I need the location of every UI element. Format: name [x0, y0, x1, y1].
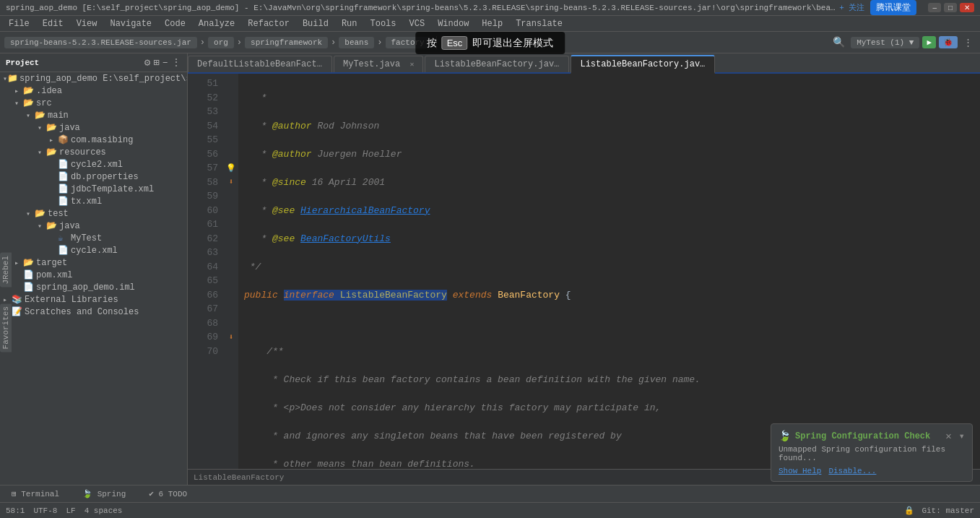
tree-item-src[interactable]: ▾ 📂 src — [0, 97, 187, 109]
tab-close-listablebean-active[interactable]: ✕ — [714, 61, 715, 69]
tree-item-cycle2[interactable]: 📄 cycle2.xml — [0, 158, 187, 170]
toolbar-springframework[interactable]: springframework — [245, 37, 328, 48]
tab-listablebean-active[interactable]: ListableBeanFactory.java ✕ — [571, 55, 715, 74]
gutter-53 — [224, 105, 238, 119]
maximize-button[interactable]: □ — [944, 3, 957, 12]
gutter-57-bulb: 💡 — [224, 161, 238, 176]
file-path-label: ListableBeanFactory — [194, 473, 284, 482]
tree-item-scratches[interactable]: ▸ 📝 Scratches and Consoles — [0, 306, 187, 318]
bottom-tab-terminal[interactable]: ⊞ Terminal — [6, 488, 65, 500]
tree-item-test-java[interactable]: ▾ 📂 java — [0, 220, 187, 232]
menu-code[interactable]: Code — [159, 17, 191, 30]
tree-item-external-libs[interactable]: ▸ 📚 External Libraries — [0, 293, 187, 306]
tab-close-mytest[interactable]: ✕ — [409, 61, 414, 69]
folder-icon-main: 📂 — [35, 110, 46, 121]
sidebar-title: Project — [6, 59, 39, 67]
toolbar-org[interactable]: org — [208, 37, 234, 48]
tab-label-listablebean1: ListableBeanFactory.java — [434, 59, 559, 69]
sidebar-gear-icon[interactable]: ⋮ — [171, 56, 181, 69]
tree-item-com-masibing[interactable]: ▸ 📦 com.masibing — [0, 134, 187, 146]
tree-arrow-resources: ▾ — [38, 148, 46, 157]
line-num-65: 65 — [194, 274, 218, 288]
tab-mytest[interactable]: MyTest.java ✕ — [334, 56, 423, 72]
code-editor[interactable]: 51 52 53 54 55 56 57 58 59 60 61 62 63 6… — [188, 74, 980, 469]
line-num-57: 57 — [194, 161, 218, 176]
notif-expand-icon[interactable]: ▾ — [959, 430, 965, 442]
menu-help[interactable]: Help — [476, 17, 508, 30]
tree-item-iml[interactable]: 📄 spring_aop_demo.iml — [0, 281, 187, 293]
tree-item-mytest[interactable]: ☕ MyTest — [0, 232, 187, 244]
search-icon[interactable]: 🔍 — [830, 35, 848, 50]
menu-view[interactable]: View — [71, 17, 103, 30]
line-num-68: 68 — [194, 316, 218, 331]
gutter-69-debug[interactable]: ⬇ — [224, 330, 238, 345]
menu-file[interactable]: File — [3, 17, 35, 30]
tree-item-resources[interactable]: ▾ 📂 resources — [0, 146, 187, 158]
ext-libs-icon: 📚 — [12, 294, 23, 305]
tree-item-dbprop[interactable]: 📄 db.properties — [0, 170, 187, 183]
tree-item-cycle-xml[interactable]: 📄 cycle.xml — [0, 244, 187, 256]
menu-analyze[interactable]: Analyze — [193, 17, 240, 30]
line-num-55: 55 — [194, 133, 218, 147]
code-line-57: */ — [244, 260, 974, 275]
minimize-button[interactable]: – — [928, 3, 941, 12]
menu-translate[interactable]: Translate — [510, 17, 568, 30]
tree-arrow-pkg: ▸ — [49, 136, 58, 144]
notif-close-icon[interactable]: ✕ — [945, 430, 951, 442]
debug-button[interactable]: 🐞 — [939, 36, 958, 48]
rebel-tab[interactable]: JRebel — [0, 253, 12, 288]
notif-show-help[interactable]: Show Help — [779, 467, 821, 475]
tab-listablebean1[interactable]: ListableBeanFactory.java ✕ — [425, 56, 569, 72]
tree-item-project[interactable]: ▾ 📁 spring_aop_demo E:\self_project\spri… — [0, 72, 187, 85]
menu-window[interactable]: Window — [432, 17, 474, 30]
xml-icon-cycle2: 📄 — [58, 159, 69, 170]
line-num-58: 58 — [194, 176, 218, 190]
close-button[interactable]: ✕ — [960, 3, 974, 12]
toolbar-project-jar[interactable]: spring-beans-5.2.3.RELEASE-sources.jar — [4, 37, 197, 48]
tree-item-java[interactable]: ▾ 📂 java — [0, 121, 187, 134]
tab-defaultlistable[interactable]: DefaultListableBeanFactory.java ✕ — [188, 56, 332, 72]
tree-label-idea: .idea — [36, 86, 62, 96]
notif-disable[interactable]: Disable... — [828, 467, 876, 475]
tree-item-main[interactable]: ▾ 📂 main — [0, 109, 187, 121]
xml-icon-pom: 📄 — [23, 269, 35, 280]
gutter-62 — [224, 232, 238, 246]
favorites-tab[interactable]: Favorites — [0, 303, 12, 352]
sidebar-expand-icon[interactable]: ⊞ — [153, 56, 159, 69]
tencent-logo: 腾讯课堂 — [870, 0, 916, 15]
iml-icon: 📄 — [23, 282, 35, 293]
spring-icon: 🍃 — [779, 430, 791, 442]
run-config-selector[interactable]: MyTest (1) ▼ — [851, 37, 919, 48]
gutter-58-debug[interactable]: ⬇ — [224, 176, 238, 190]
tree-label-src: src — [36, 98, 52, 108]
tree-item-target[interactable]: ▸ 📂 target — [0, 256, 187, 269]
tree-label-test-java: java — [59, 221, 80, 231]
menu-vcs[interactable]: VCS — [404, 17, 431, 30]
window-controls: – □ ✕ — [928, 3, 974, 12]
follow-button[interactable]: + 关注 — [839, 2, 864, 13]
menu-navigate[interactable]: Navigate — [104, 17, 157, 30]
esc-key: Esc — [442, 36, 468, 50]
menu-run[interactable]: Run — [336, 17, 363, 30]
tree-item-idea[interactable]: ▸ 📂 .idea — [0, 85, 187, 97]
bottom-tab-spring[interactable]: 🍃 Spring — [77, 488, 131, 500]
menu-tools[interactable]: Tools — [365, 17, 402, 30]
bottom-tab-todo[interactable]: ✔ 6 TODO — [143, 488, 193, 500]
menu-edit[interactable]: Edit — [37, 17, 69, 30]
gutter-63 — [224, 246, 238, 260]
toolbar-beans[interactable]: beans — [339, 37, 374, 48]
tab-close-listablebean1[interactable]: ✕ — [568, 61, 569, 69]
run-button[interactable]: ▶ — [922, 36, 936, 48]
tree-item-jdbctemplate[interactable]: 📄 jdbcTemplate.xml — [0, 183, 187, 195]
menu-refactor[interactable]: Refactor — [242, 17, 295, 30]
more-button[interactable]: ⋮ — [961, 35, 976, 50]
menu-build[interactable]: Build — [297, 17, 334, 30]
tree-item-test[interactable]: ▾ 📂 test — [0, 207, 187, 220]
sidebar-collapse-icon[interactable]: – — [162, 56, 168, 69]
sidebar-settings-icon[interactable]: ⚙ — [144, 56, 150, 69]
tab-label-mytest: MyTest.java — [343, 59, 400, 69]
tree-item-pom[interactable]: 📄 pom.xml — [0, 269, 187, 281]
tree-item-tx[interactable]: 📄 tx.xml — [0, 195, 187, 207]
breadcrumb-sep3: › — [331, 38, 336, 48]
code-content[interactable]: * * @author Rod Johnson * @author Juerge… — [238, 74, 980, 469]
